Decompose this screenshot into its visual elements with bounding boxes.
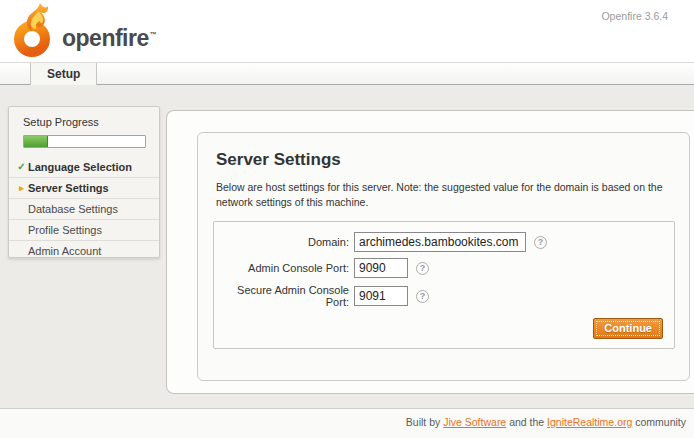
step-label: Language Selection [28,157,132,177]
admin-console-port-input[interactable] [354,258,408,278]
secure-admin-console-port-label: Secure Admin Console Port: [214,284,354,308]
step-label: Admin Account [28,241,101,261]
footer-credit: Built by Jive Software and the IgniteRea… [406,416,686,428]
footer-suffix: community [632,416,686,428]
continue-button[interactable]: Continue [593,318,663,339]
openfire-logo: openfire™ [12,3,156,59]
step-admin-account: Admin Account [9,240,159,261]
footer-middle: and the [506,416,547,428]
check-icon: ✓ [15,157,28,177]
server-settings-panel: Server Settings Below are host settings … [197,132,690,381]
secure-admin-console-port-input[interactable] [354,286,408,306]
help-icon[interactable]: ? [416,290,429,303]
description-line-2: network settings of this machine. [216,195,671,210]
description-line-1: Below are host settings for this server.… [216,180,671,195]
main-panel: Server Settings Below are host settings … [166,110,694,394]
version-label: Openfire 3.6.4 [601,10,668,22]
flame-icon [12,3,58,59]
igniterealtime-link[interactable]: IgniteRealtime.org [547,416,632,428]
progress-fill [24,136,48,147]
header: openfire™ Openfire 3.6.4 [0,0,694,62]
setup-progress-title: Setup Progress [23,116,159,128]
domain-input[interactable] [354,232,526,252]
progress-bar [23,135,146,148]
step-language-selection: ✓ Language Selection [9,156,159,177]
page-title: Server Settings [216,150,689,170]
footer: Built by Jive Software and the IgniteRea… [0,408,694,438]
tab-bar: Setup [0,62,694,85]
admin-console-port-label: Admin Console Port: [214,262,354,274]
step-database-settings: Database Settings [9,198,159,219]
trademark-mark: ™ [150,31,157,38]
form-row-secure-admin-port: Secure Admin Console Port: ? [214,284,674,308]
form-row-admin-port: Admin Console Port: ? [214,258,674,278]
openfire-setup-screen: openfire™ Openfire 3.6.4 Setup Setup Pro… [0,0,694,438]
form-row-domain: Domain: ? [214,232,674,252]
step-label: Server Settings [28,178,109,198]
help-icon[interactable]: ? [416,262,429,275]
step-server-settings: ▸ Server Settings [9,177,159,198]
setup-steps-list: ✓ Language Selection ▸ Server Settings D… [9,156,159,261]
setup-progress-card: Setup Progress ✓ Language Selection ▸ Se… [8,106,160,258]
server-settings-form: Domain: ? Admin Console Port: ? Secure A… [213,221,675,349]
tab-setup[interactable]: Setup [30,63,97,85]
domain-label: Domain: [214,236,354,248]
page-description: Below are host settings for this server.… [216,180,671,210]
step-profile-settings: Profile Settings [9,219,159,240]
footer-prefix: Built by [406,416,443,428]
step-label: Database Settings [28,199,118,219]
logo-wordmark: openfire™ [62,25,156,52]
help-icon[interactable]: ? [534,236,547,249]
current-step-arrow-icon: ▸ [15,178,28,198]
jive-software-link[interactable]: Jive Software [443,416,506,428]
step-label: Profile Settings [28,220,102,240]
